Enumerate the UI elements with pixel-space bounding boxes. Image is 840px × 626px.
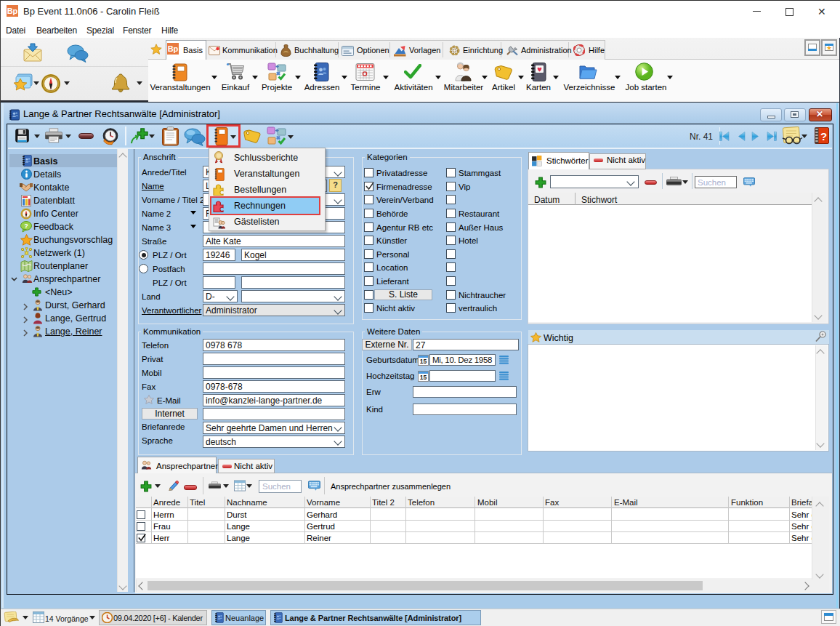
svg-text:15: 15 (420, 358, 427, 365)
svg-text:?: ? (24, 222, 28, 230)
svg-text:?: ? (820, 130, 827, 143)
svg-text:15: 15 (420, 374, 427, 381)
